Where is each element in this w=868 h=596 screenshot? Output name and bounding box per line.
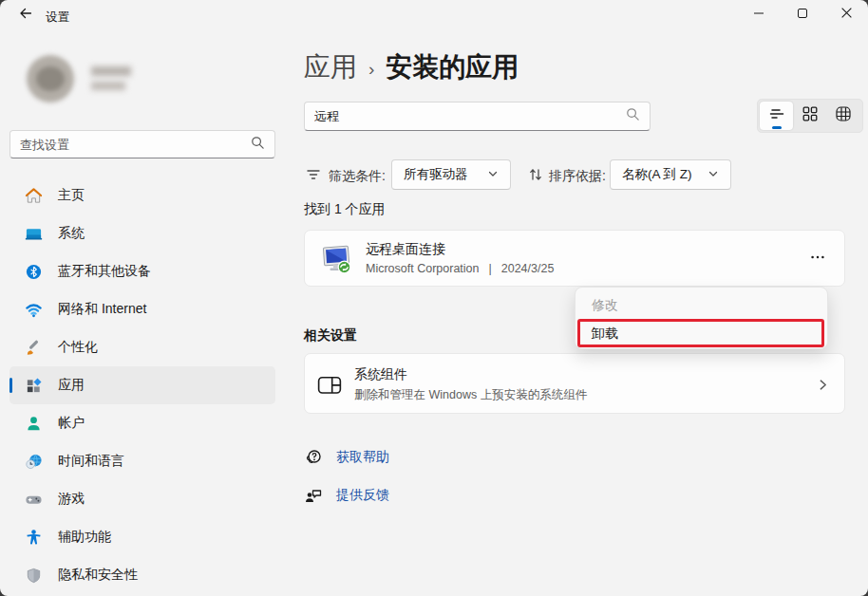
sidebar-item-label: 蓝牙和其他设备 <box>58 263 151 280</box>
sidebar-item-label: 隐私和安全性 <box>58 567 138 584</box>
sort-icon <box>528 167 543 182</box>
account-email-redacted <box>91 82 125 90</box>
shield-icon <box>25 567 43 585</box>
breadcrumb-apps[interactable]: 应用 <box>304 49 357 85</box>
app-install-date: 2024/3/25 <box>501 262 555 275</box>
sidebar-item-label: 辅助功能 <box>58 529 111 546</box>
chevron-down-icon <box>708 168 719 182</box>
sidebar-item-home[interactable]: 主页 <box>9 177 275 214</box>
paintbrush-icon <box>25 339 43 357</box>
sidebar-item-personalization[interactable]: 个性化 <box>9 328 275 366</box>
filter-value: 所有驱动器 <box>404 166 468 183</box>
avatar[interactable] <box>27 55 74 102</box>
wifi-icon <box>25 301 43 319</box>
close-button[interactable] <box>824 0 868 28</box>
filter-label: 筛选条件: <box>329 168 386 185</box>
person-icon <box>25 415 43 433</box>
table-view-icon <box>834 104 853 127</box>
minimize-button[interactable] <box>737 0 781 28</box>
sidebar-item-gaming[interactable]: 游戏 <box>9 480 275 518</box>
sidebar-item-accessibility[interactable]: 辅助功能 <box>9 518 275 556</box>
gamepad-icon <box>25 491 43 509</box>
back-button[interactable] <box>9 3 42 28</box>
settings-window: 设置 主页 <box>0 0 868 596</box>
sort-value: 名称(A 到 Z) <box>622 166 692 183</box>
close-icon <box>840 6 853 23</box>
sidebar-item-apps[interactable]: 应用 <box>9 366 275 404</box>
app-publisher: Microsoft Corporation <box>366 262 480 275</box>
account-name-redacted <box>91 66 131 76</box>
window-title: 设置 <box>46 9 69 26</box>
breadcrumb: 应用 › 安装的应用 <box>304 49 519 85</box>
view-list-button[interactable] <box>760 102 793 130</box>
list-view-icon <box>767 104 786 127</box>
more-options-icon <box>809 249 826 270</box>
sidebar-item-label: 时间和语言 <box>58 453 124 470</box>
settings-search-input[interactable] <box>20 138 251 152</box>
result-count: 找到 1 个应用 <box>304 201 386 218</box>
titlebar: 设置 <box>0 0 868 38</box>
view-toggle-group <box>757 99 863 133</box>
maximize-button[interactable] <box>781 0 824 28</box>
sidebar-item-label: 应用 <box>58 377 85 394</box>
sidebar-item-label: 帐户 <box>58 415 85 432</box>
sort-label: 排序依据: <box>549 168 606 185</box>
breadcrumb-separator: › <box>368 56 374 80</box>
page-title: 安装的应用 <box>386 49 519 85</box>
app-search-box <box>304 102 651 131</box>
filter-dropdown[interactable]: 所有驱动器 <box>391 159 511 190</box>
sort-dropdown[interactable]: 名称(A 到 Z) <box>610 159 731 190</box>
get-help-link[interactable]: 获取帮助 <box>304 448 389 467</box>
app-name: 远程桌面连接 <box>366 241 554 258</box>
system-components-description: 删除和管理在 Windows 上预安装的系统组件 <box>354 387 587 403</box>
view-grid-button[interactable] <box>793 102 826 130</box>
app-search-input[interactable] <box>314 109 626 123</box>
sidebar-item-time-language[interactable]: 时间和语言 <box>9 442 275 480</box>
sidebar-item-label: 个性化 <box>58 339 98 356</box>
view-table-button[interactable] <box>827 102 860 130</box>
sidebar-nav: 主页 系统 蓝牙和其他设备 网络和 Internet 个性化 <box>9 177 275 594</box>
home-icon <box>25 187 43 205</box>
search-icon <box>626 107 640 125</box>
chevron-down-icon <box>487 168 499 182</box>
remote-desktop-app-icon <box>320 242 354 276</box>
apps-icon <box>25 377 43 395</box>
help-icon <box>304 448 323 467</box>
sidebar-item-label: 系统 <box>58 225 85 242</box>
accessibility-icon <box>25 529 43 547</box>
menu-item-uninstall[interactable]: 卸载 <box>580 321 822 347</box>
system-components-title: 系统组件 <box>354 366 587 383</box>
chevron-right-icon <box>817 378 829 390</box>
grid-view-icon <box>801 104 820 127</box>
system-components-row[interactable]: 系统组件 删除和管理在 Windows 上预安装的系统组件 <box>304 353 845 414</box>
give-feedback-link[interactable]: 提供反馈 <box>304 486 389 505</box>
sidebar-item-label: 网络和 Internet <box>58 301 146 318</box>
back-arrow-icon <box>18 6 33 25</box>
feedback-icon <box>304 486 323 505</box>
app-meta-separator: | <box>489 262 492 275</box>
sidebar-item-bluetooth[interactable]: 蓝牙和其他设备 <box>9 252 275 290</box>
app-context-menu: 修改 卸载 <box>575 287 828 349</box>
sidebar-item-accounts[interactable]: 帐户 <box>9 404 275 442</box>
sidebar-item-label: 游戏 <box>58 491 85 508</box>
get-help-label: 获取帮助 <box>336 449 389 466</box>
sidebar-item-label: 主页 <box>58 187 85 204</box>
search-icon <box>251 136 265 154</box>
system-components-icon <box>317 375 342 396</box>
sidebar-item-system[interactable]: 系统 <box>9 214 275 252</box>
give-feedback-label: 提供反馈 <box>336 487 389 504</box>
app-row-remote-desktop: 远程桌面连接 Microsoft Corporation | 2024/3/25 <box>304 230 845 287</box>
filter-icon <box>306 167 321 182</box>
maximize-icon <box>797 6 808 23</box>
bluetooth-icon <box>25 263 43 281</box>
system-icon <box>25 225 43 243</box>
clock-globe-icon <box>25 453 43 471</box>
sidebar-item-network[interactable]: 网络和 Internet <box>9 290 275 328</box>
settings-search-box <box>9 130 275 158</box>
sidebar-item-privacy[interactable]: 隐私和安全性 <box>9 556 275 594</box>
related-settings-heading: 相关设置 <box>304 327 357 345</box>
minimize-icon <box>753 6 764 23</box>
menu-item-modify: 修改 <box>580 292 822 319</box>
more-options-button[interactable] <box>804 248 831 270</box>
